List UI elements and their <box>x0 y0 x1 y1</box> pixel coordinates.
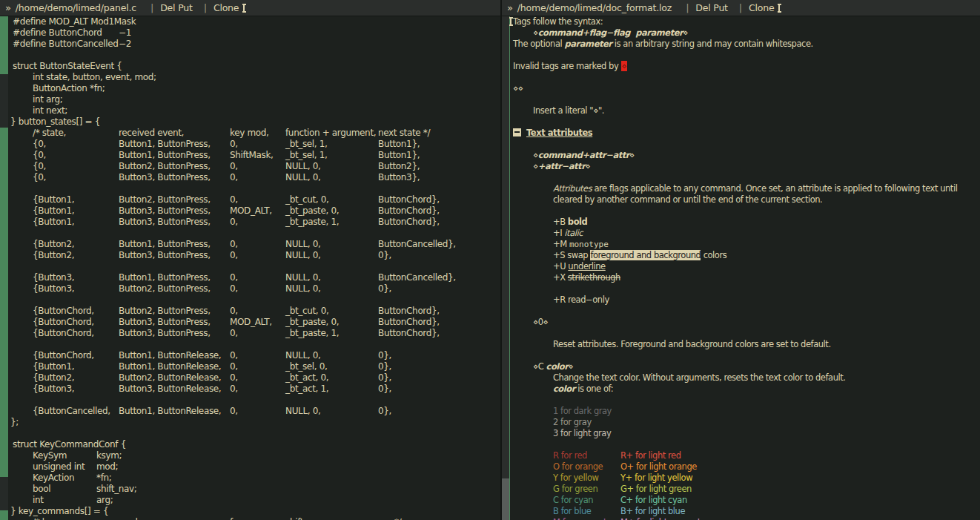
doc-text-area[interactable]: Tags follow the syntax:⋄command+flag−fla… <box>502 0 980 520</box>
text-segment: ButtonChord}, <box>378 217 440 227</box>
text-caret <box>510 17 511 26</box>
text-segment: } button_states[] = { <box>10 116 100 127</box>
text-segment: 0, <box>230 250 238 260</box>
text-segment: *fn; <box>96 473 111 483</box>
text-segment: +attr−attr <box>538 161 586 171</box>
text-segment: 0, <box>230 272 238 283</box>
text-segment: _bt_paste, 1, <box>285 217 339 227</box>
text-segment: ShiftMask, <box>230 150 274 160</box>
text-segment: int next; <box>33 105 67 116</box>
text-segment: int <box>33 495 44 505</box>
editor-pane-panel-c: » /home/demo/limed/panel.c | Del Put | C… <box>0 0 500 520</box>
code-line: {ButtonChord,Button1, ButtonRelease,0,NU… <box>0 350 500 361</box>
text-segment: 0, <box>230 172 238 182</box>
text-segment: key mod, <box>230 128 268 138</box>
code-line: /* ksym,mod,fn,shift_nav,arg */ <box>0 517 500 520</box>
code-line: {ButtonChord,Button2, ButtonPress,0,_bt_… <box>0 306 500 317</box>
doc-line: M for magentaM+ for light magenta <box>502 517 980 520</box>
text-segment: /* ksym, <box>33 517 67 520</box>
code-text-area[interactable]: #define MOD_ALT Mod1Mask#define ButtonCh… <box>0 0 500 520</box>
code-line: {0,Button3, ButtonPress,0,NULL, 0,Button… <box>0 172 500 183</box>
code-line: struct KeyCommandConf { <box>0 439 500 450</box>
code-line: unsigned intmod; <box>0 461 500 473</box>
code-line: {Button2,Button2, ButtonRelease,0,_bt_ac… <box>0 372 500 384</box>
code-line: {0,Button1, ButtonPress,ShiftMask,_bt_se… <box>0 150 500 161</box>
collapse-section-icon[interactable] <box>513 128 521 136</box>
text-segment: +S swap <box>553 250 590 260</box>
text-segment: ⋄⋄ <box>513 83 523 93</box>
text-segment: Button3, ButtonPress, <box>119 317 211 327</box>
text-segment: are flags applicable to any command. Onc… <box>592 183 957 194</box>
text-segment: arg */ <box>378 517 401 520</box>
text-segment: Button3, ButtonPress, <box>119 217 211 227</box>
text-segment: M for magenta <box>553 517 612 520</box>
text-segment: shift_nav, <box>285 517 325 520</box>
text-segment: Button2, ButtonPress, <box>119 161 211 171</box>
text-segment: 0}, <box>378 283 391 294</box>
text-segment: +X <box>553 272 568 283</box>
text-segment: Button2, ButtonPress, <box>119 283 211 294</box>
text-segment: B for blue <box>553 506 591 516</box>
code-line: /* state,received event,key mod,function… <box>0 128 500 139</box>
text-segment: {ButtonChord, <box>33 350 94 361</box>
doc-line: +S swap foreground and background colors <box>502 250 980 261</box>
text-segment: 2 for gray <box>553 417 592 427</box>
doc-line: ⋄command+attr−attr⋄ <box>502 150 980 161</box>
code-line: int state, button, event, mod; <box>0 72 500 83</box>
text-segment: {Button2, <box>33 250 74 260</box>
text-segment: ⋄ <box>585 161 590 171</box>
doc-line: 1 for dark gray <box>502 406 980 417</box>
text-segment: Y for yellow <box>553 473 598 483</box>
text-segment: _bt_cut, 0, <box>285 194 328 205</box>
text-segment: color <box>546 361 569 372</box>
editor-pane-doc-format-loz: » /home/demo/limed/doc_format.loz | Del … <box>502 0 980 520</box>
text-segment: 3 for light gray <box>553 428 611 438</box>
text-segment: {0, <box>33 139 46 149</box>
text-segment: _bt_act, 0, <box>285 372 328 383</box>
text-segment: {ButtonChord, <box>33 328 94 338</box>
text-segment: ⋄ <box>533 150 538 160</box>
text-segment: {Button1, <box>33 205 74 216</box>
text-segment: ⋄ <box>621 61 628 71</box>
text-segment: R for red <box>553 450 587 461</box>
text-segment: monotype <box>569 240 609 249</box>
text-segment: #define MOD_ALT Mod1Mask <box>13 16 136 27</box>
text-segment: Button1}, <box>378 150 420 160</box>
text-segment: Button3, ButtonRelease, <box>119 384 221 394</box>
code-line: {Button1,Button3, ButtonPress,0,_bt_past… <box>0 217 500 228</box>
text-segment: +U <box>553 261 568 271</box>
text-segment: italic <box>564 228 583 238</box>
text-segment: NULL, 0, <box>285 350 320 361</box>
text-segment: {ButtonChord, <box>33 306 94 316</box>
doc-line: R for redR+ for light red <box>502 450 980 461</box>
text-segment: 0, <box>230 239 238 249</box>
text-segment: 0}, <box>378 406 391 416</box>
code-line: KeyAction*fn; <box>0 473 500 484</box>
text-segment: Button2}, <box>378 161 420 171</box>
text-segment: color <box>553 384 575 394</box>
text-segment: {0, <box>33 150 46 160</box>
text-segment: 0, <box>230 384 238 394</box>
text-segment: _bt_sel, 1, <box>285 139 328 149</box>
text-segment: fn, <box>230 517 241 520</box>
text-segment: int state, button, event, mod; <box>33 72 156 82</box>
code-line: #define ButtonCancelled−2 <box>0 39 500 50</box>
text-segment: +B <box>553 217 568 227</box>
text-segment: ⋄ <box>629 150 635 160</box>
text-segment: Button1, ButtonRelease, <box>119 361 221 372</box>
text-segment: ButtonAction *fn; <box>33 83 105 93</box>
doc-line: Invalid tags are marked by ⋄ <box>502 61 980 72</box>
doc-line: +M monotype <box>502 239 980 250</box>
text-segment: } key_commands[] = { <box>10 506 108 516</box>
text-segment: ⋄ <box>533 161 538 171</box>
text-segment: command+attr−attr <box>538 150 629 160</box>
text-segment: MOD_ALT, <box>230 317 272 327</box>
text-segment: 0}, <box>378 384 391 394</box>
text-segment: 0, <box>230 406 238 416</box>
text-segment: 0, <box>230 350 238 361</box>
doc-line: +X strikethrough <box>502 272 980 283</box>
text-segment: {ButtonCancelled, <box>33 406 110 416</box>
text-segment: 0, <box>230 283 238 294</box>
text-segment: 0, <box>230 306 238 316</box>
text-segment: 0}, <box>378 372 391 383</box>
